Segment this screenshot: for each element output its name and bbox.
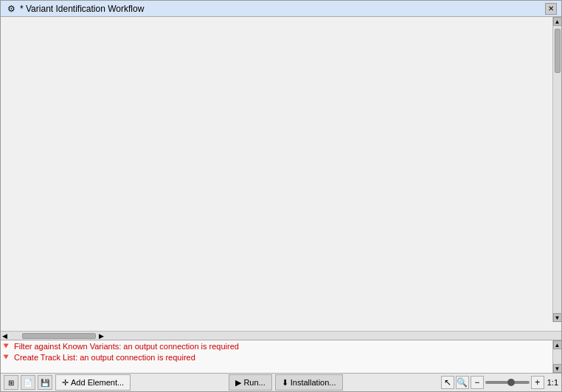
status-bar: 🔻 Filter against Known Variants: an outp… [1,340,561,391]
bottom-toolbar: ⊞ 📄 💾 ✛ Add Element... ▶ Run... ⬇ Instal… [1,373,561,391]
status-scrollbar[interactable]: ▲ ▼ [552,340,561,373]
zoom-slider[interactable] [485,381,530,384]
icon-btn-1[interactable]: ⊞ [4,375,18,390]
zoom-minus-btn[interactable]: − [471,376,484,389]
install-icon: ⬇ [282,378,288,388]
app-window: ⚙ * Variant Identification Workflow ✕ [0,0,562,392]
icon-btn-2[interactable]: 📄 [21,375,35,390]
bottom-left-icons: ⊞ 📄 💾 [4,375,52,390]
installation-button[interactable]: ⬇ Installation... [275,374,343,391]
error-icon-2: 🔻 [1,352,11,362]
app-icon: ⚙ [5,3,17,15]
close-button[interactable]: ✕ [545,3,557,15]
zoom-controls: ↖ 🔍 − + 1:1 [441,376,558,389]
add-icon: ✛ [62,378,69,388]
scroll-left-btn[interactable]: ◀ [2,332,7,340]
title-bar: ⚙ * Variant Identification Workflow ✕ [1,1,561,17]
zoom-handle [507,379,515,386]
status-scroll-up[interactable]: ▲ [553,340,562,349]
icon-btn-3[interactable]: 💾 [38,375,52,390]
scroll-h-thumb[interactable] [22,333,96,339]
run-button[interactable]: ▶ Run... [229,374,271,391]
scroll-right-btn[interactable]: ▶ [99,332,104,340]
status-scroll-down[interactable]: ▼ [553,364,562,373]
add-element-button[interactable]: ✛ Add Element... [55,374,131,391]
error-icon-1: 🔻 [1,341,11,351]
zoom-plus-btn[interactable]: + [531,376,544,389]
window-title: * Variant Identification Workflow [20,4,542,14]
scroll-down-btn[interactable]: ▼ [553,313,562,322]
horizontal-scrollbar[interactable]: ◀ ▶ [1,331,561,340]
status-content: 🔻 Filter against Known Variants: an outp… [1,340,552,373]
zoom-in-icon[interactable]: 🔍 [456,376,469,389]
status-row: 🔻 Filter against Known Variants: an outp… [1,340,561,373]
vertical-scrollbar[interactable]: ▲ ▼ [552,17,561,322]
run-icon: ▶ [235,378,241,388]
status-msg-1: 🔻 Filter against Known Variants: an outp… [1,340,552,351]
status-msg-2: 🔻 Create Track List: an output connectio… [1,351,552,363]
cursor-icon[interactable]: ↖ [441,376,454,389]
scroll-up-btn[interactable]: ▲ [553,17,562,26]
zoom-level: 1:1 [547,378,558,387]
scroll-v-thumb[interactable] [555,29,561,73]
main-area: Read Mapping or Reads Track Restrict cal… [1,17,561,391]
